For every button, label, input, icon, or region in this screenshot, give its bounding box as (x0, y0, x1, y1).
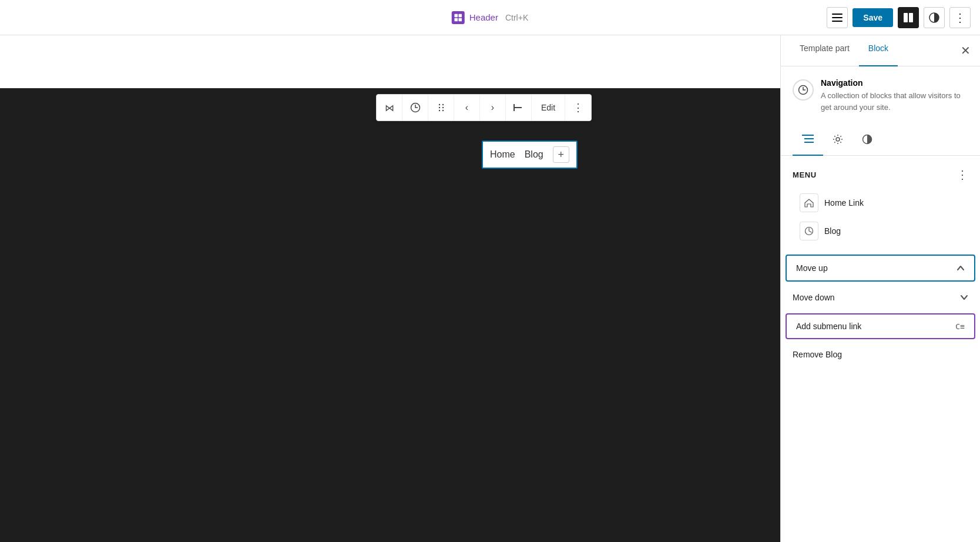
add-submenu-label: Add submenu link (796, 322, 861, 331)
nav-item-blog[interactable]: Blog (525, 149, 543, 160)
svg-rect-5 (832, 17, 843, 18)
menu-item-blog[interactable]: Blog (793, 217, 968, 245)
nav-toolbar-btn[interactable] (402, 95, 428, 121)
nav-block-title: Navigation (821, 78, 968, 88)
svg-rect-2 (454, 18, 458, 21)
canvas-header-block (0, 35, 780, 88)
topbar: Header Ctrl+K Save ⋮ (0, 0, 980, 35)
layout-button[interactable] (898, 7, 919, 28)
svg-rect-0 (454, 14, 458, 17)
move-down-icon (960, 292, 968, 303)
move-up-label: Move up (796, 263, 828, 273)
drag-toolbar-btn[interactable] (428, 95, 454, 121)
menu-section-header: Menu ⋮ (793, 168, 968, 182)
topbar-title: Header (452, 11, 498, 24)
nav-item-home[interactable]: Home (490, 149, 515, 160)
nav-block-canvas[interactable]: Home Blog + (482, 140, 578, 169)
move-up-btn[interactable]: Move up (787, 256, 974, 280)
block-toolbar: ⋈ ‹ › Edit ⋮ (376, 94, 592, 121)
nav-add-btn[interactable]: + (553, 146, 569, 163)
move-down-btn[interactable]: Move down (781, 284, 980, 311)
view-button[interactable] (827, 7, 848, 28)
home-link-label: Home Link (824, 198, 864, 208)
move-up-container: Move up (786, 255, 975, 282)
add-submenu-btn[interactable]: Add submenu link C≡ (787, 315, 974, 338)
nav-info: Navigation A collection of blocks that a… (821, 78, 968, 113)
menu-more-btn[interactable]: ⋮ (956, 168, 968, 182)
add-submenu-icon: C≡ (955, 322, 965, 331)
svg-point-23 (836, 138, 840, 141)
sidebar: Template part Block ✕ Navigation A colle… (780, 35, 980, 542)
transform-toolbar-btn[interactable]: ⋈ (377, 95, 402, 121)
svg-point-11 (438, 104, 439, 105)
contrast-button[interactable] (924, 7, 945, 28)
blog-label: Blog (824, 226, 841, 236)
tab-template-part[interactable]: Template part (790, 35, 859, 66)
remove-blog-btn[interactable]: Remove Blog (781, 342, 980, 367)
edit-toolbar-btn[interactable]: Edit (532, 95, 565, 121)
svg-rect-6 (832, 21, 843, 22)
home-link-icon (800, 193, 818, 212)
svg-point-16 (442, 110, 443, 111)
prev-toolbar-btn[interactable]: ‹ (454, 95, 480, 121)
remove-blog-label: Remove Blog (793, 350, 842, 359)
more-options-button[interactable]: ⋮ (949, 7, 971, 28)
sidebar-content: Navigation A collection of blocks that a… (781, 66, 980, 367)
svg-rect-8 (909, 13, 913, 22)
wp-block-icon (452, 11, 465, 24)
sidebar-icon-tabs (781, 127, 980, 156)
add-submenu-container: Add submenu link C≡ (786, 313, 975, 339)
svg-point-15 (438, 110, 439, 111)
topbar-shortcut: Ctrl+K (505, 13, 528, 22)
sidebar-tabs: Template part Block ✕ (781, 35, 980, 66)
menu-section-title: Menu (793, 170, 817, 179)
blog-link-icon (800, 222, 818, 240)
tab-contrast-icon[interactable] (853, 127, 882, 156)
context-menu: Move up Move down Add su (781, 255, 980, 367)
menu-section: Menu ⋮ Home Link Blog (793, 168, 968, 245)
topbar-title-text: Header (469, 12, 498, 22)
menu-item-home[interactable]: Home Link (793, 189, 968, 217)
svg-rect-7 (904, 13, 908, 22)
svg-point-13 (438, 107, 439, 108)
tab-list-icon[interactable] (793, 127, 823, 156)
save-button[interactable]: Save (853, 8, 893, 27)
tab-block[interactable]: Block (859, 35, 898, 66)
svg-rect-1 (458, 14, 462, 17)
nav-block-desc: A collection of blocks that allow visito… (821, 90, 968, 113)
canvas-area: ⋈ ‹ › Edit ⋮ Home Blog + (0, 35, 780, 542)
more-toolbar-btn[interactable]: ⋮ (565, 95, 591, 121)
svg-rect-3 (458, 18, 462, 21)
svg-rect-18 (514, 104, 515, 111)
align-toolbar-btn[interactable] (506, 95, 532, 121)
move-down-label: Move down (793, 293, 835, 302)
svg-rect-4 (832, 14, 843, 15)
tab-settings-icon[interactable] (823, 127, 853, 156)
move-up-icon (956, 263, 965, 273)
main-layout: ⋈ ‹ › Edit ⋮ Home Blog + Template part (0, 35, 980, 542)
navigation-block-icon (793, 79, 814, 101)
close-sidebar-btn[interactable]: ✕ (961, 35, 971, 66)
topbar-center: Header Ctrl+K (452, 11, 529, 24)
next-toolbar-btn[interactable]: › (480, 95, 506, 121)
svg-point-14 (442, 107, 443, 108)
topbar-right: Save ⋮ (827, 7, 971, 28)
svg-point-12 (442, 104, 443, 105)
nav-description: Navigation A collection of blocks that a… (793, 78, 968, 113)
